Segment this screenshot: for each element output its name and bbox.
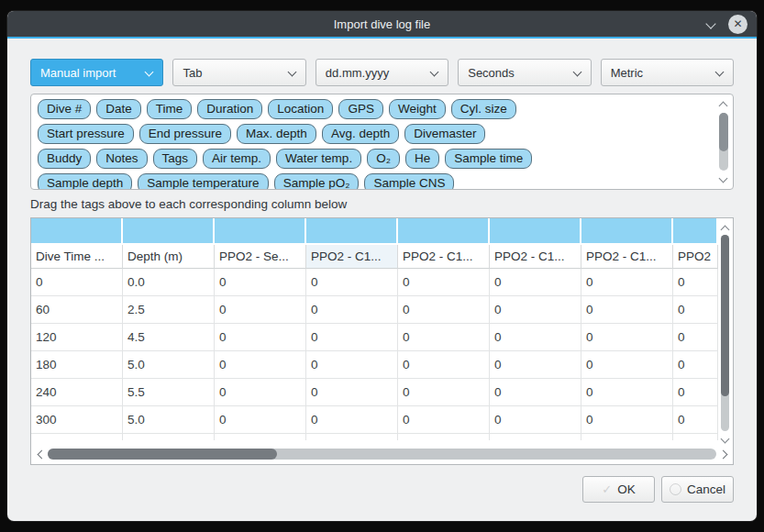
dropdown-date-format[interactable]: dd.mm.yyyy [316, 59, 448, 86]
tag-sample-cns[interactable]: Sample CNS [364, 173, 454, 190]
table-cell: 0 [215, 269, 306, 296]
column-drop-zone[interactable] [306, 218, 398, 243]
dropdown-row: Manual importTabdd.mm.yyyySecondsMetric [30, 59, 734, 86]
window-title: Import dive log file [7, 17, 757, 31]
table-drop-row [31, 218, 718, 245]
column-drop-zone[interactable] [490, 218, 581, 243]
tag-air-temp[interactable]: Air temp. [203, 149, 271, 169]
table-vertical-scrollbar[interactable] [719, 220, 732, 444]
ok-button[interactable]: ✓ OK [582, 476, 655, 503]
column-header[interactable]: PPO2 [673, 245, 718, 269]
column-header[interactable]: PPO2 - C1... [398, 245, 490, 269]
table-cell [581, 434, 673, 440]
table-cell: 0 [306, 324, 398, 351]
table-cell: 0 [673, 379, 718, 406]
table-cell: 0 [673, 406, 718, 434]
tag-date[interactable]: Date [96, 99, 141, 119]
scroll-right-icon[interactable] [720, 451, 727, 459]
column-drop-zone[interactable] [123, 218, 215, 243]
tag-gps[interactable]: GPS [338, 99, 383, 119]
cancel-button[interactable]: Cancel [661, 476, 734, 503]
table-horizontal-scrollbar[interactable] [33, 446, 731, 463]
column-header[interactable]: PPO2 - C1... [490, 245, 581, 269]
tag-row: Start pressureEnd pressureMax. depthAvg.… [38, 124, 709, 144]
column-drop-zone[interactable] [581, 218, 673, 243]
scroll-down-icon[interactable] [722, 436, 729, 443]
table-row: 00.0000000 [31, 269, 718, 296]
tag-notes[interactable]: Notes [96, 149, 147, 169]
tag-water-temp[interactable]: Water temp. [276, 149, 361, 169]
scroll-up-icon[interactable] [720, 101, 727, 108]
dropdown-field-separator[interactable]: Tab [172, 59, 305, 86]
table-cell: 0 [490, 379, 581, 406]
table-cell: 5.5 [123, 379, 215, 406]
table-cell [490, 434, 581, 440]
tag-weight[interactable]: Weight [389, 99, 446, 119]
tag-sample-time[interactable]: Sample time [445, 149, 532, 169]
scrollbar-thumb[interactable] [48, 449, 277, 460]
tag-o[interactable]: O₂ [367, 149, 400, 169]
tag-divemaster[interactable]: Divemaster [404, 124, 485, 144]
scrollbar-thumb[interactable] [719, 113, 728, 151]
table-cell: 0 [306, 296, 398, 324]
table-cell: 0 [215, 351, 306, 379]
tag-sample-temperature[interactable]: Sample temperature [138, 173, 268, 190]
scrollbar-thumb[interactable] [721, 235, 729, 396]
tag-he[interactable]: He [405, 149, 439, 169]
table-cell: 0.0 [123, 269, 215, 296]
table-partial-row [31, 434, 718, 440]
tag-start-pressure[interactable]: Start pressure [38, 124, 134, 144]
tag-end-pressure[interactable]: End pressure [139, 124, 231, 144]
dropdown-units[interactable]: Metric [601, 59, 734, 86]
column-drop-zone[interactable] [31, 218, 123, 243]
column-header[interactable]: PPO2 - Se... [215, 245, 306, 269]
table-cell: 0 [581, 351, 673, 379]
tag-avg-depth[interactable]: Avg. depth [322, 124, 399, 144]
column-header[interactable]: PPO2 - C1... [306, 245, 398, 269]
tag-tags[interactable]: Tags [153, 149, 198, 169]
table-cell [673, 434, 718, 440]
tag-duration[interactable]: Duration [197, 99, 262, 119]
table-cell [215, 434, 306, 440]
tag-row: Sample depthSample temperatureSample pO₂… [38, 173, 709, 190]
column-header[interactable]: Dive Time ... [31, 245, 123, 269]
cancel-circle-icon [670, 483, 681, 495]
chevron-down-icon [289, 69, 296, 76]
close-icon[interactable]: ✕ [728, 15, 747, 34]
dropdown-selected-value: dd.mm.yyyy [326, 66, 389, 80]
tag-sample-depth[interactable]: Sample depth [38, 173, 132, 190]
tag-sample-po[interactable]: Sample pO₂ [274, 173, 360, 190]
table-cell: 0 [673, 351, 718, 379]
ok-button-label: OK [617, 482, 636, 496]
tag-cyl-size[interactable]: Cyl. size [451, 99, 516, 119]
shade-chevron-down-icon[interactable] [707, 18, 715, 27]
import-preview-table: Dive Time ...Depth (m)PPO2 - Se...PPO2 -… [30, 217, 734, 465]
table-cell: 0 [673, 324, 718, 351]
table-row: 602.5000000 [31, 296, 718, 324]
table-cell: 5.0 [123, 406, 215, 434]
scroll-left-icon[interactable] [37, 451, 44, 459]
titlebar[interactable]: Import dive log file ✕ [7, 11, 757, 37]
column-drop-zone[interactable] [673, 218, 718, 243]
table-cell: 180 [31, 351, 123, 379]
column-header[interactable]: PPO2 - C1... [581, 245, 673, 269]
tags-vertical-scrollbar[interactable] [717, 96, 730, 187]
tag-max-depth[interactable]: Max. depth [237, 124, 316, 144]
column-drop-zone[interactable] [398, 218, 490, 243]
table-cell: 0 [398, 269, 490, 296]
cancel-button-label: Cancel [687, 482, 725, 496]
scroll-up-icon[interactable] [722, 225, 729, 232]
column-drop-zone[interactable] [215, 218, 306, 243]
table-header-row: Dive Time ...Depth (m)PPO2 - Se...PPO2 -… [31, 245, 718, 269]
tag-buddy[interactable]: Buddy [38, 149, 91, 169]
tag-time[interactable]: Time [147, 99, 193, 119]
dropdown-selected-value: Seconds [468, 66, 515, 80]
dropdown-import-mode[interactable]: Manual import [30, 59, 163, 86]
table-cell: 0 [673, 296, 718, 324]
dropdown-duration-format[interactable]: Seconds [458, 59, 591, 86]
scroll-down-icon[interactable] [720, 175, 727, 183]
column-header[interactable]: Depth (m) [123, 245, 215, 269]
table-cell: 0 [581, 406, 673, 434]
tag-location[interactable]: Location [268, 99, 333, 119]
tag-dive[interactable]: Dive # [38, 99, 91, 119]
